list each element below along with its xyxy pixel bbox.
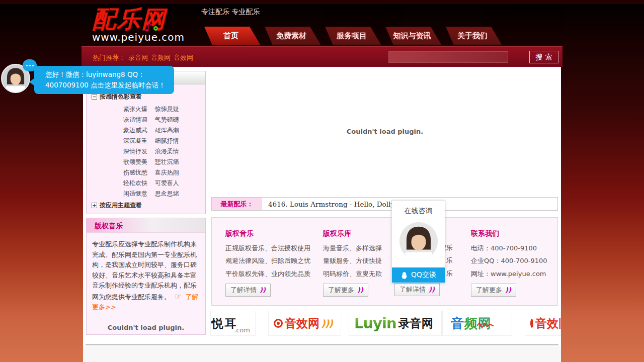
hand-pointer-icon: ☞ [174,291,182,301]
emotion-link[interactable]: 闲适惬意 [123,189,149,199]
emotion-category-list: 紧张火爆 惊悚悬疑 诙谐情调 气势磅礴 豪迈威武 雄浑高潮 深沉凝重 细腻抒情 … [87,104,205,199]
avatar-face-icon [399,222,438,260]
top-strip [0,0,644,4]
emotion-link[interactable]: 喜庆热闹 [155,167,181,178]
emotion-link[interactable]: 惊悚悬疑 [155,104,181,115]
logo-url: www.peiyue.com [92,31,178,43]
yinxiao-logo-cn: 音效网 [285,316,319,331]
info-columns-box: 版权音乐 正规版权音乐、合法授权使用规避法律风险、扫除后顾之忧平价版权先锋、业内… [211,217,558,306]
hot-link[interactable]: 音效网 [174,54,193,61]
hot-link[interactable]: 录音网 [128,54,148,61]
nav-tab[interactable]: 首页 [201,27,261,45]
speaker-rings-icon [274,319,283,328]
copyright-box-title: 版权音乐 [87,218,205,233]
emotion-row: 深沉凝重 细腻抒情 [123,136,205,146]
emotion-row: 紧张火爆 惊悚悬疑 [123,104,205,115]
partner-logo-yueer[interactable]: er 悦耳 .com [210,311,256,336]
hot-bar: 热门推荐：录音网音频网音效网 搜 索 [82,46,562,67]
column-line: 规避法律风险、扫除后顾之忧 [225,254,310,267]
emotion-row: 歌颂赞美 悲壮沉痛 [123,157,205,167]
column-line: 海量音乐、多样选择 [323,242,382,254]
partner-logo-yinxiao[interactable]: 音效网 ))) [268,311,341,336]
emotion-link[interactable]: 歌颂赞美 [123,157,149,167]
column-contact-us: 联系我们 电话：400-700-9100企业QQ：400-700-9100网址：… [471,218,547,297]
footer-strip [83,346,561,362]
emotion-link[interactable]: 轻松欢快 [123,178,149,189]
site-tagline: 专注配乐 专业配乐 [201,8,260,17]
latest-music-bar: 最新配乐： 4616. Louis Armstrong - Hello, Dol… [211,197,558,211]
arrow-waves-icon: )) [357,286,363,294]
column-line: 平价版权先锋、业内领先品质 [225,267,310,280]
speaker-rings-icon [530,319,533,328]
emotion-row: 轻松欢快 可爱喜人 [123,178,205,189]
contact-line: 电话：400-700-9100 [471,242,547,254]
copyright-box-body: 专业配乐应选择专业配乐制作机构来完成。配乐网是国内第一专业配乐机构，是我国成立时… [87,233,205,313]
column-line: 量贩服务、方便快捷 [323,254,382,267]
nav-tab[interactable]: 服务项目 [322,27,381,45]
partner-logo-yinpin[interactable]: 音频网 [442,311,512,336]
hot-recommend-label: 热门推荐： [93,54,125,61]
column-line: 明码标价、童叟无欺 [323,267,382,280]
latest-music-label: 最新配乐： [212,198,262,210]
column-title: 版权音乐 [225,229,310,238]
details-button[interactable]: 了解详情)) [394,283,440,296]
partner-logo-yinxiao-clipped[interactable]: 音效网 ))) [525,311,561,336]
sound-waves-icon: ))) [321,318,333,329]
plugin-error-main: Couldn't load plugin. [347,128,423,135]
emotion-link[interactable]: 深沉凝重 [123,136,149,146]
chat-bubble[interactable]: 您好！微信：luyinwang8 QQ： 4007009100 点击这里发起临时… [34,66,174,94]
more-button[interactable]: 了解更多)) [471,284,516,297]
emotion-link[interactable]: 诙谐情调 [123,115,149,125]
expand-plus-icon[interactable]: + [92,203,97,208]
more-button[interactable]: 了解更多)) [323,284,368,297]
emotion-link[interactable]: 可爱喜人 [155,178,181,189]
nav-tab[interactable]: 知识与资讯 [382,27,442,45]
emotion-link[interactable]: 悲壮沉痛 [155,157,181,167]
partner-logo-luyin[interactable]: Luyin 录音网 [349,311,442,336]
yinpin-char1: 音 [451,316,464,331]
nav-tab[interactable]: 免费素材 [262,27,321,45]
hot-recommend: 热门推荐：录音网音频网音效网 [93,53,199,62]
emotion-link[interactable]: 紧张火爆 [123,104,149,115]
luyin-logo-en: Luyin [354,315,396,332]
emotion-row: 豪迈威武 雄浑高潮 [123,125,205,136]
column-line: 正规版权音乐、合法授权使用 [225,242,310,254]
emotion-link[interactable]: 雄浑高潮 [155,125,181,136]
content-area: − 按感情色彩查看 紧张火爆 惊悚悬疑 诙谐情调 气势磅礴 豪迈威武 雄浑高潮 … [83,67,561,362]
arrow-waves-icon: )) [429,286,435,293]
yueer-logo-com: .com [234,326,250,334]
emotion-link[interactable]: 细腻抒情 [155,136,181,146]
collapse-minus-icon[interactable]: − [92,94,97,100]
emotion-row: 伤感忧愁 喜庆热闹 [123,167,205,178]
arrow-waves-icon: )) [260,286,266,294]
latest-music-song[interactable]: 4616. Louis Armstrong - Hello, Dolly! [268,200,397,208]
logo-text: 配乐网 [92,8,178,30]
chat-bubble-line1: 您好！微信：luyinwang8 QQ： [45,69,174,80]
emotion-link[interactable]: 浪漫柔情 [155,146,181,157]
page: 配乐网 ♪ www.peiyue.com 专注配乐 专业配乐 首页免费素材服务项… [0,0,644,362]
consultant-avatar [399,222,438,260]
search-button[interactable]: 搜 索 [529,51,558,63]
emotion-row: 诙谐情调 气势磅礴 [123,115,205,125]
main-nav: 首页免费素材服务项目知识与资讯关于我们 [201,27,503,45]
theme-header-label: 按应用主题查看 [100,201,142,210]
theme-category-header[interactable]: + 按应用主题查看 [92,201,142,210]
emotion-row: 深情抒发 浪漫柔情 [123,146,205,157]
emotion-link[interactable]: 气势磅礴 [155,115,181,125]
emotion-link[interactable]: 深情抒发 [123,146,149,157]
qq-chat-label: QQ交谈 [411,270,436,280]
emotion-link[interactable]: 伤感忧愁 [123,167,149,178]
hot-link[interactable]: 音频网 [151,54,171,61]
footer-divider [86,344,558,345]
waveform-icon [477,322,494,329]
site-logo[interactable]: 配乐网 ♪ www.peiyue.com [92,8,178,43]
details-button[interactable]: 了解详情)) [225,284,271,297]
column-title: 联系我们 [471,229,547,238]
column-copyright-library: 版权乐库 海量音乐、多样选择量贩服务、方便快捷明码标价、童叟无欺 了解更多)) [323,218,382,297]
emotion-link[interactable]: 豪迈威武 [123,125,149,136]
qq-chat-button[interactable]: QQ交谈 [392,267,445,283]
search-input[interactable] [388,51,508,63]
emotion-row: 闲适惬意 思念思绪 [123,189,205,199]
emotion-link[interactable]: 思念思绪 [155,189,181,199]
nav-tab[interactable]: 关于我们 [443,27,502,45]
